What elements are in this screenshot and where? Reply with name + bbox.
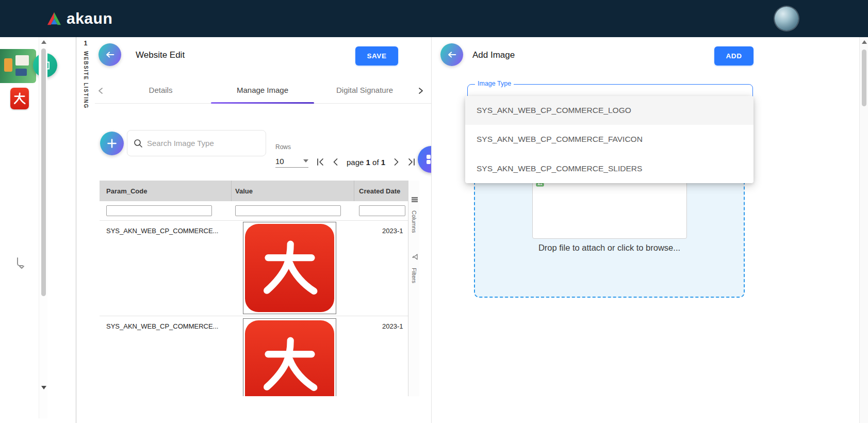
brand-name: akaun <box>67 10 112 27</box>
add-button[interactable]: ADD <box>714 46 754 66</box>
tab-digital-signature[interactable]: Digital Signature <box>316 86 414 94</box>
page-number: 1 <box>366 158 370 167</box>
cell-value-image[interactable] <box>243 318 336 396</box>
red-dai-logo-image <box>245 320 334 396</box>
website-edit-panel: Website Edit SAVE Details Manage Image D… <box>95 37 431 423</box>
dai-character-icon <box>13 92 26 105</box>
tabs-scroll-left-icon[interactable] <box>96 86 108 96</box>
listing-badge: 1 <box>84 40 88 47</box>
next-page-button[interactable] <box>389 155 403 169</box>
column-header-param-code: Param_Code <box>106 187 147 195</box>
cell-created-date: 2023-1 <box>382 322 403 330</box>
tab-details[interactable]: Details <box>126 86 195 94</box>
scrollbar-thumb[interactable] <box>862 50 866 106</box>
thumbnail-shape <box>4 58 12 72</box>
topbar: akaun <box>0 0 868 37</box>
grid-icon <box>425 154 431 165</box>
akaun-logo-icon <box>46 11 62 26</box>
tabs-scroll-right-icon[interactable] <box>416 86 427 96</box>
dropdown-option-favicon[interactable]: SYS_AKN_WEB_CP_COMMERCE_FAVICON <box>465 125 754 154</box>
dropdown-option-logo[interactable]: SYS_AKN_WEB_CP_COMMERCE_LOGO <box>465 96 754 125</box>
website-listing-strip[interactable]: 1 WEBSITE LISTING <box>76 37 95 423</box>
column-divider <box>231 181 232 201</box>
filter-input-param-code[interactable] <box>106 205 212 216</box>
back-button[interactable] <box>440 43 463 66</box>
scroll-up-arrow-icon[interactable] <box>862 40 867 44</box>
column-header-value: Value <box>235 187 253 195</box>
page-title: Website Edit <box>136 50 185 60</box>
tab-bar: Details Manage Image Digital Signature <box>95 78 431 104</box>
columns-icon[interactable] <box>410 197 419 203</box>
table-filter-row <box>100 201 408 221</box>
filter-input-value[interactable] <box>235 205 341 216</box>
dock-thumbnail-image[interactable] <box>0 49 36 83</box>
arrow-back-icon <box>446 49 457 60</box>
page-indicator: page 1 of 1 <box>347 158 385 167</box>
thumbnail-shape <box>15 69 27 76</box>
scrollbar-thumb[interactable] <box>41 48 46 296</box>
back-button[interactable] <box>99 43 121 66</box>
avatar[interactable] <box>775 7 798 30</box>
dock-red-dai-logo-icon[interactable] <box>10 88 29 109</box>
tab-manage-image[interactable]: Manage Image <box>211 86 314 94</box>
of-word: of <box>372 158 379 167</box>
search-input[interactable] <box>147 139 259 148</box>
last-page-button[interactable] <box>405 155 418 169</box>
first-page-button[interactable] <box>314 155 327 169</box>
add-row-button[interactable] <box>100 132 124 155</box>
columns-toggle[interactable]: Columns <box>411 210 417 233</box>
page-word: page <box>347 158 364 167</box>
column-header-created-date: Created Date <box>359 187 400 195</box>
table-row[interactable]: SYS_AKN_WEB_CP_COMMERCE... 2023-1 <box>100 221 408 316</box>
save-button[interactable]: SAVE <box>355 46 398 66</box>
dock-tool-icon[interactable] <box>14 256 27 271</box>
cell-param-code: SYS_AKN_WEB_CP_COMMERCE... <box>106 227 218 235</box>
arrow-back-icon <box>104 49 116 60</box>
rows-per-page-label: Rows <box>275 143 291 151</box>
plus-icon <box>106 138 118 149</box>
column-divider <box>354 181 354 201</box>
filters-toggle[interactable]: Filters <box>411 268 417 283</box>
cell-value-image[interactable] <box>243 222 336 314</box>
cell-param-code: SYS_AKN_WEB_CP_COMMERCE... <box>106 322 218 330</box>
filter-input-created-date[interactable] <box>359 205 405 216</box>
dropdown-option-sliders[interactable]: SYS_AKN_WEB_CP_COMMERCE_SLIDERS <box>465 154 754 183</box>
table-settings-button[interactable] <box>418 146 431 173</box>
image-type-dropdown: SYS_AKN_WEB_CP_COMMERCE_LOGO SYS_AKN_WEB… <box>465 96 754 183</box>
add-image-panel: Add Image ADD Drop file to attach or cli… <box>432 37 859 423</box>
table-side-controls: Columns Filters <box>408 181 419 396</box>
cell-created-date: 2023-1 <box>382 227 403 235</box>
brand: akaun <box>46 0 112 37</box>
page-title: Add Image <box>472 50 515 60</box>
search-box <box>127 130 266 156</box>
prev-page-button[interactable] <box>329 155 342 169</box>
dock-scrollbar[interactable] <box>39 37 47 418</box>
chevron-down-icon <box>303 159 308 162</box>
rows-per-page-value: 10 <box>275 157 284 166</box>
table-row[interactable]: SYS_AKN_WEB_CP_COMMERCE... 2023-1 <box>100 316 408 396</box>
page-scrollbar[interactable] <box>859 37 868 423</box>
corner-arrow-icon <box>14 256 27 271</box>
scroll-up-arrow-icon[interactable] <box>41 40 46 44</box>
filters-icon[interactable] <box>410 254 419 260</box>
left-dock <box>0 37 52 423</box>
table-header: Param_Code Value Created Date <box>100 181 408 201</box>
listing-vertical-label: WEBSITE LISTING <box>83 51 89 109</box>
main-card: 1 WEBSITE LISTING Website Edit SAVE Deta… <box>76 37 858 423</box>
scroll-down-arrow-icon[interactable] <box>41 386 46 389</box>
image-type-label: Image Type <box>475 80 514 87</box>
red-dai-logo-image <box>245 224 334 312</box>
active-tab-indicator <box>211 102 314 104</box>
dropzone-hint-text: Drop file to attach or click to browse..… <box>474 243 745 253</box>
rows-per-page-select[interactable]: 10 <box>275 155 308 168</box>
search-icon <box>134 139 143 148</box>
pagination: page 1 of 1 <box>314 155 418 169</box>
image-table: Param_Code Value Created Date SYS_AKN_WE… <box>100 181 408 396</box>
thumbnail-shape <box>15 55 29 66</box>
total-pages: 1 <box>381 158 385 167</box>
